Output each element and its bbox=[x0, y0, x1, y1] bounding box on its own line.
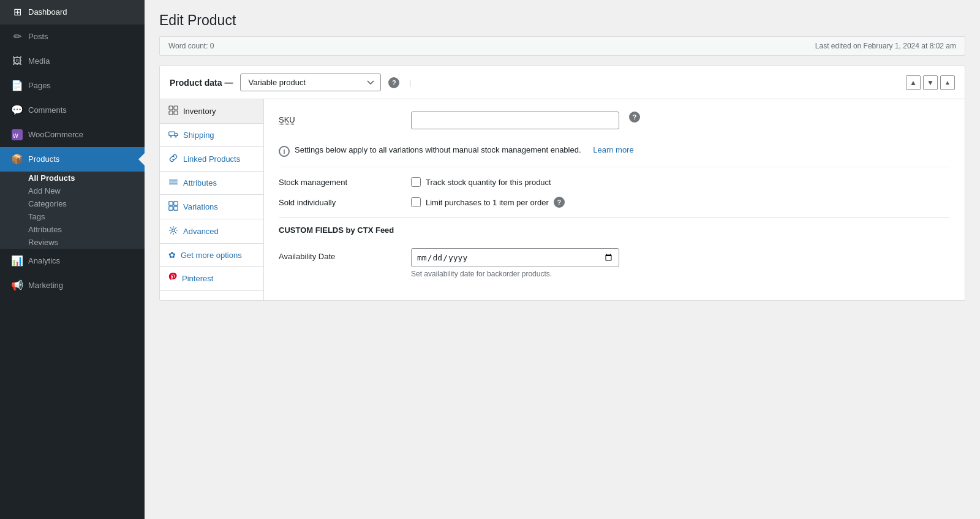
svg-rect-4 bbox=[169, 111, 173, 115]
sidebar-item-posts[interactable]: ✏ Posts bbox=[0, 25, 145, 49]
sku-row: SKU ? bbox=[279, 112, 950, 129]
stock-management-label: Stock management bbox=[279, 178, 401, 187]
sold-individually-help-icon[interactable]: ? bbox=[554, 197, 565, 208]
sidebar-item-products[interactable]: 📦 Products bbox=[0, 147, 145, 172]
expand-button[interactable]: ▲ bbox=[940, 75, 955, 90]
last-edited-text: Last edited on February 1, 2024 at 8:02 … bbox=[815, 42, 956, 50]
product-tabs: Inventory Shipping Linked Products bbox=[160, 99, 264, 300]
attributes-icon bbox=[168, 178, 178, 188]
sold-individually-checkbox[interactable] bbox=[411, 197, 421, 207]
sidebar-sub-all-products[interactable]: All Products bbox=[0, 172, 145, 184]
pages-icon: 📄 bbox=[10, 78, 24, 93]
svg-point-8 bbox=[175, 136, 176, 137]
learn-more-link[interactable]: Learn more bbox=[593, 145, 633, 154]
sold-individually-label: Sold individually bbox=[279, 198, 401, 207]
word-count-bar: Word count: 0 Last edited on February 1,… bbox=[159, 36, 965, 56]
svg-rect-15 bbox=[174, 206, 178, 210]
sub-label: Categories bbox=[28, 199, 67, 208]
sidebar-item-label: Products bbox=[28, 154, 59, 165]
advanced-icon bbox=[168, 225, 178, 237]
sidebar-item-label: Dashboard bbox=[28, 7, 67, 18]
products-icon: 📦 bbox=[10, 152, 24, 167]
sidebar-item-woocommerce[interactable]: w WooCommerce bbox=[0, 123, 145, 147]
sold-individually-checkbox-group: Limit purchases to 1 item per order ? bbox=[411, 197, 565, 208]
info-text: Settings below apply to all variations w… bbox=[295, 145, 581, 154]
sidebar-sub-attributes[interactable]: Attributes bbox=[0, 223, 145, 236]
product-data-body: Inventory Shipping Linked Products bbox=[160, 99, 965, 300]
sidebar-item-dashboard[interactable]: ⊞ Dashboard bbox=[0, 0, 145, 25]
variations-icon bbox=[168, 201, 178, 213]
tab-linked-products[interactable]: Linked Products bbox=[160, 147, 263, 172]
sidebar-item-pages[interactable]: 📄 Pages bbox=[0, 74, 145, 98]
sidebar-item-marketing[interactable]: 📢 Marketing bbox=[0, 273, 145, 298]
inventory-tab-content: SKU ? i Settings below apply to all vari… bbox=[264, 99, 965, 300]
sidebar-item-label: WooCommerce bbox=[28, 129, 83, 140]
comments-icon: 💬 bbox=[10, 103, 24, 118]
shipping-icon bbox=[168, 130, 178, 140]
svg-rect-12 bbox=[169, 202, 173, 205]
tab-attributes-label: Attributes bbox=[183, 178, 217, 188]
sidebar-item-media[interactable]: 🖼 Media bbox=[0, 49, 145, 74]
header-controls: ▲ ▼ ▲ bbox=[906, 75, 955, 90]
help-icon[interactable]: ? bbox=[388, 77, 399, 88]
word-count-text: Word count: 0 bbox=[168, 42, 214, 50]
tab-shipping-label: Shipping bbox=[183, 131, 214, 140]
sku-input[interactable] bbox=[411, 112, 619, 129]
collapse-up-button[interactable]: ▲ bbox=[906, 75, 921, 90]
sidebar-sub-add-new[interactable]: Add New bbox=[0, 184, 145, 197]
svg-text:w: w bbox=[12, 131, 18, 140]
tab-inventory[interactable]: Inventory bbox=[160, 99, 263, 124]
pinterest-icon bbox=[168, 273, 177, 284]
product-data-header: Product data — Variable product ? | ▲ ▼ … bbox=[160, 66, 965, 99]
sidebar-sub-reviews[interactable]: Reviews bbox=[0, 236, 145, 249]
dashboard-icon: ⊞ bbox=[10, 5, 24, 20]
collapse-down-button[interactable]: ▼ bbox=[923, 75, 938, 90]
sidebar: ⊞ Dashboard ✏ Posts 🖼 Media 📄 Pages 💬 Co… bbox=[0, 0, 145, 519]
sidebar-item-analytics[interactable]: 📊 Analytics bbox=[0, 249, 145, 273]
main-content: Edit Product Word count: 0 Last edited o… bbox=[145, 0, 980, 519]
posts-icon: ✏ bbox=[10, 29, 24, 44]
tab-pinterest-label: Pinterest bbox=[182, 274, 213, 283]
availability-date-input[interactable] bbox=[411, 248, 619, 267]
svg-rect-2 bbox=[169, 106, 173, 110]
stock-management-checkbox[interactable] bbox=[411, 177, 421, 187]
linked-products-icon bbox=[168, 153, 178, 165]
product-data-section: Product data — Variable product ? | ▲ ▼ … bbox=[159, 66, 965, 301]
sidebar-item-label: Analytics bbox=[28, 256, 60, 267]
inventory-icon bbox=[168, 105, 178, 117]
sidebar-item-comments[interactable]: 💬 Comments bbox=[0, 98, 145, 123]
tab-shipping[interactable]: Shipping bbox=[160, 124, 263, 147]
stock-management-checkbox-group: Track stock quantity for this product bbox=[411, 177, 551, 187]
sidebar-item-label: Marketing bbox=[28, 280, 63, 291]
analytics-icon: 📊 bbox=[10, 254, 24, 268]
tab-attributes[interactable]: Attributes bbox=[160, 172, 263, 195]
availability-date-hint: Set availability date for backorder prod… bbox=[411, 270, 619, 278]
sold-individually-checkbox-label: Limit purchases to 1 item per order bbox=[426, 198, 549, 207]
tab-get-more-options[interactable]: ✿ Get more options bbox=[160, 244, 263, 267]
products-submenu: All Products Add New Categories Tags Att… bbox=[0, 172, 145, 249]
sub-label: Add New bbox=[28, 186, 61, 195]
tab-advanced[interactable]: Advanced bbox=[160, 219, 263, 244]
woo-icon: w bbox=[10, 127, 24, 142]
tab-get-more-options-label: Get more options bbox=[181, 251, 242, 260]
marketing-icon: 📢 bbox=[10, 278, 24, 293]
sold-individually-row: Sold individually Limit purchases to 1 i… bbox=[279, 197, 950, 208]
svg-rect-3 bbox=[174, 106, 178, 110]
page-title: Edit Product bbox=[159, 12, 965, 29]
sub-label: All Products bbox=[28, 173, 75, 183]
product-data-title: Product data — bbox=[170, 78, 233, 88]
tab-pinterest[interactable]: Pinterest bbox=[160, 267, 263, 291]
tab-advanced-label: Advanced bbox=[183, 227, 219, 236]
sidebar-sub-categories[interactable]: Categories bbox=[0, 197, 145, 210]
get-more-options-icon: ✿ bbox=[168, 250, 176, 260]
product-type-select[interactable]: Variable product bbox=[240, 74, 381, 91]
availability-date-field-group: Set availability date for backorder prod… bbox=[411, 248, 619, 278]
sidebar-sub-tags[interactable]: Tags bbox=[0, 210, 145, 223]
tab-variations[interactable]: Variations bbox=[160, 195, 263, 219]
sidebar-item-label: Comments bbox=[28, 105, 67, 116]
sku-help-icon[interactable]: ? bbox=[629, 112, 640, 123]
availability-date-row: Availability Date Set availability date … bbox=[279, 248, 950, 278]
tab-linked-products-label: Linked Products bbox=[183, 154, 240, 164]
divider: | bbox=[409, 78, 411, 87]
sidebar-item-label: Posts bbox=[28, 31, 48, 42]
